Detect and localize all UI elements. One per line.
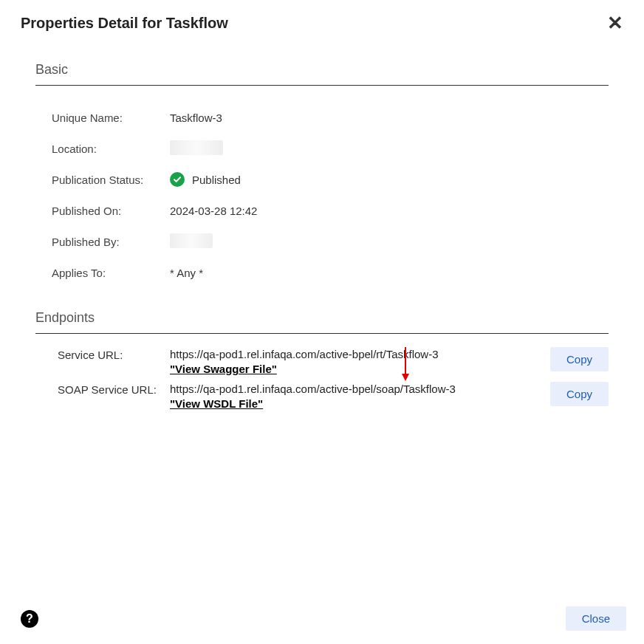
- unique-name-value: Taskflow-3: [170, 112, 222, 124]
- dialog-content: Basic Unique Name: Taskflow-3 Location: …: [0, 40, 644, 411]
- row-publication-status: Publication Status: Published: [52, 164, 609, 195]
- published-by-label: Published By:: [52, 236, 170, 248]
- soap-service-url-label: SOAP Service URL:: [58, 382, 170, 396]
- copy-soap-url-button[interactable]: Copy: [550, 382, 609, 406]
- dialog-title: Properties Detail for Taskflow: [21, 15, 228, 32]
- close-button[interactable]: Close: [566, 606, 626, 631]
- published-text: Published: [192, 174, 241, 186]
- service-url-value: https://qa-pod1.rel.infaqa.com/active-bp…: [170, 347, 550, 377]
- properties-dialog: Properties Detail for Taskflow ✕ Basic U…: [0, 0, 644, 644]
- publication-status-label: Publication Status:: [52, 174, 170, 186]
- soap-service-url-value: https://qa-pod1.rel.infaqa.com/active-bp…: [170, 382, 550, 412]
- published-by-value: [170, 233, 213, 250]
- applies-to-label: Applies To:: [52, 267, 170, 279]
- view-wsdl-link[interactable]: "View WSDL File": [170, 397, 263, 410]
- copy-service-url-button[interactable]: Copy: [550, 347, 609, 371]
- service-url-label: Service URL:: [58, 347, 170, 361]
- publication-status-value: Published: [170, 172, 241, 187]
- redacted-block: [170, 140, 223, 155]
- basic-section: Unique Name: Taskflow-3 Location: Public…: [35, 86, 609, 310]
- endpoints-section: Service URL: https://qa-pod1.rel.infaqa.…: [35, 334, 609, 411]
- row-applies-to: Applies To: * Any *: [52, 257, 609, 288]
- dialog-footer: ? Close: [0, 606, 644, 631]
- published-on-value: 2024-03-28 12:42: [170, 205, 257, 217]
- check-circle-icon: [170, 172, 185, 187]
- location-value: [170, 140, 223, 157]
- row-published-by: Published By:: [52, 226, 609, 257]
- endpoints-heading: Endpoints: [35, 310, 609, 334]
- help-icon[interactable]: ?: [21, 610, 38, 628]
- unique-name-label: Unique Name:: [52, 112, 170, 124]
- row-location: Location:: [52, 133, 609, 164]
- published-on-label: Published On:: [52, 205, 170, 217]
- applies-to-value: * Any *: [170, 267, 203, 279]
- view-swagger-link[interactable]: "View Swagger File": [170, 363, 277, 375]
- soap-url-text: https://qa-pod1.rel.infaqa.com/active-bp…: [170, 383, 456, 395]
- row-soap-service-url: SOAP Service URL: https://qa-pod1.rel.in…: [58, 382, 609, 412]
- redacted-block: [170, 233, 213, 248]
- location-label: Location:: [52, 143, 170, 155]
- row-unique-name: Unique Name: Taskflow-3: [52, 102, 609, 133]
- basic-heading: Basic: [35, 62, 609, 86]
- close-icon[interactable]: ✕: [607, 13, 623, 32]
- service-url-text: https://qa-pod1.rel.infaqa.com/active-bp…: [170, 348, 439, 360]
- row-service-url: Service URL: https://qa-pod1.rel.infaqa.…: [58, 347, 609, 377]
- row-published-on: Published On: 2024-03-28 12:42: [52, 195, 609, 226]
- dialog-header: Properties Detail for Taskflow ✕: [0, 0, 644, 40]
